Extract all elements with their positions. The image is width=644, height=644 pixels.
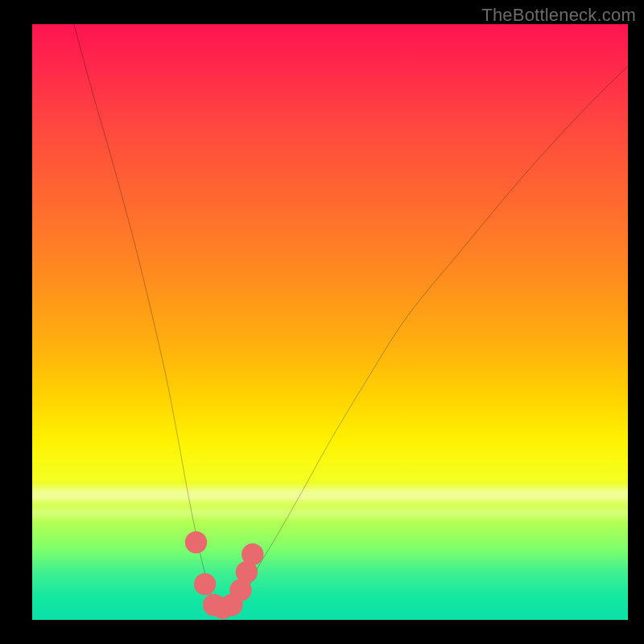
- chart-frame: TheBottleneck.com: [0, 0, 644, 644]
- watermark-text: TheBottleneck.com: [481, 5, 636, 26]
- marker-dot: [188, 535, 204, 551]
- valley-markers: [32, 24, 628, 620]
- marker-dot: [197, 576, 213, 592]
- marker-dot: [245, 547, 261, 563]
- plot-area: [32, 24, 628, 620]
- marker-dot: [233, 582, 249, 598]
- marker-dot: [238, 564, 254, 580]
